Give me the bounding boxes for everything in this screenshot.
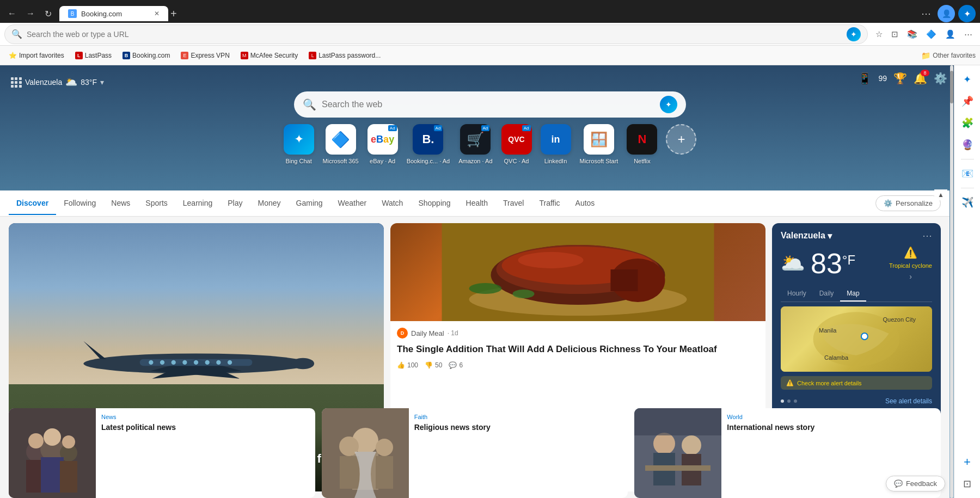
fav-import[interactable]: ⭐ Import favorites <box>4 50 69 61</box>
weather-chevron-icon: ▾ <box>828 231 832 241</box>
tab-discover[interactable]: Discover <box>9 192 56 215</box>
back-button[interactable]: ← <box>4 7 20 21</box>
rewards-icon[interactable]: 🏆 <box>893 72 907 85</box>
sidebar-bing-btn[interactable]: ✦ <box>958 70 977 89</box>
svg-marker-3 <box>84 341 106 359</box>
collapse-button[interactable]: ▲ <box>934 189 947 200</box>
quick-link-bingchat[interactable]: ✦ Bing Chat <box>284 124 314 164</box>
scrollbar[interactable] <box>950 65 954 498</box>
settings-icon[interactable]: ⚙️ <box>934 72 947 85</box>
quick-link-booking[interactable]: B. Ad Booking.c... · Ad <box>407 124 450 164</box>
split-view[interactable]: ⊡ <box>888 27 902 41</box>
more-btn[interactable]: ⋯ <box>961 27 976 41</box>
quick-link-qvc[interactable]: QVC Ad QVC · Ad <box>501 124 532 164</box>
tab-shopping[interactable]: Shopping <box>411 192 458 215</box>
quick-link-netflix[interactable]: N Netflix <box>627 124 657 164</box>
tab-watch[interactable]: Watch <box>374 192 411 215</box>
meatloaf-svg <box>390 223 765 321</box>
refresh-button[interactable]: ↻ <box>41 7 55 21</box>
weather-more-icon[interactable]: ⋯ <box>922 230 932 242</box>
bing-chat-icon[interactable]: ✦ <box>847 27 861 41</box>
main-bing-icon[interactable]: ✦ <box>660 96 677 113</box>
weather-tab-map[interactable]: Map <box>840 286 866 302</box>
sidebar-flight-btn[interactable]: ✈️ <box>958 193 977 212</box>
fav-lastpass[interactable]: L LastPass <box>71 50 116 61</box>
bottom-article-2[interactable]: Faith Religious news story <box>322 408 628 498</box>
profile-avatar[interactable]: 👤 <box>938 5 955 22</box>
tab-play[interactable]: Play <box>220 192 250 215</box>
svg-point-9 <box>183 360 187 365</box>
tab-following[interactable]: Following <box>56 192 103 215</box>
tab-travel[interactable]: Travel <box>495 192 531 215</box>
quick-link-linkedin[interactable]: in LinkedIn <box>541 124 571 164</box>
fav-booking[interactable]: B Booking.com <box>118 50 174 61</box>
netflix-label: Netflix <box>634 158 651 164</box>
collections[interactable]: 📚 <box>904 27 921 41</box>
tab-gaming[interactable]: Gaming <box>289 192 330 215</box>
bottom-article-1[interactable]: News Latest political news <box>9 408 315 498</box>
tab-traffic[interactable]: Traffic <box>531 192 567 215</box>
main-search-input[interactable] <box>322 100 654 109</box>
svg-point-33 <box>28 433 44 448</box>
weather-tab-hourly[interactable]: Hourly <box>781 286 813 302</box>
ebay-label: eBay · Ad <box>370 158 395 164</box>
quick-link-ebay[interactable]: eBay Ad eBay · Ad <box>367 124 398 164</box>
dislikes-count: 50 <box>435 361 442 369</box>
sidebar-add-btn[interactable]: + <box>958 452 977 472</box>
tab-money[interactable]: Money <box>250 192 289 215</box>
notifications-icon[interactable]: 🔔 8 <box>914 72 927 85</box>
favorites-star[interactable]: ☆ <box>872 27 886 41</box>
svg-rect-21 <box>611 269 638 291</box>
quick-link-amazon[interactable]: 🛒 Ad Amazon · Ad <box>458 124 492 164</box>
other-favorites[interactable]: 📁 Other favorites <box>921 51 976 60</box>
fav-mcafee-label: McAfee Security <box>250 52 298 59</box>
menu-button[interactable]: ⋯ <box>918 5 934 22</box>
new-tab-button[interactable]: + <box>170 8 177 20</box>
quick-link-add[interactable]: + <box>666 124 696 164</box>
quick-link-m365[interactable]: 🔷 Microsoft 365 <box>323 124 359 164</box>
active-tab[interactable]: B Booking.com ✕ <box>59 6 168 21</box>
tab-close[interactable]: ✕ <box>154 10 160 17</box>
sidebar-purple-btn[interactable]: 🔮 <box>958 135 977 155</box>
profile-btn[interactable]: 👤 <box>942 27 959 41</box>
tab-sports[interactable]: Sports <box>138 192 175 215</box>
sidebar-expand-btn[interactable]: ⊡ <box>958 474 977 494</box>
tab-autos[interactable]: Autos <box>568 192 603 215</box>
personalize-button[interactable]: ⚙️ Personalize <box>875 195 941 211</box>
weather-alert-bar[interactable]: ⚠️ Check more alert details <box>781 376 932 390</box>
sidebar-extensions-btn[interactable]: 🧩 <box>958 113 977 133</box>
forward-button[interactable]: → <box>23 7 38 21</box>
sidebar-collections-btn[interactable]: 📌 <box>958 91 977 111</box>
fav-expressvpn[interactable]: E Express VPN <box>176 50 234 61</box>
comments-count: 6 <box>459 361 463 369</box>
fav-import-icon: ⭐ <box>9 52 17 59</box>
tab-news[interactable]: News <box>103 192 138 215</box>
weather-tab-daily[interactable]: Daily <box>813 286 841 302</box>
phone-icon[interactable]: 📱 <box>858 72 872 85</box>
weather-location[interactable]: Valenzuela ▾ <box>781 231 832 241</box>
see-alert-link[interactable]: See alert details <box>885 397 932 405</box>
fav-import-label: Import favorites <box>19 52 64 59</box>
fav-mcafee[interactable]: M McAfee Security <box>236 50 302 61</box>
address-bar[interactable]: 🔍 ✦ <box>4 24 868 44</box>
quick-link-msstart[interactable]: 🪟 Microsoft Start <box>580 124 618 164</box>
scroll-thumb[interactable] <box>950 71 953 103</box>
bing-button[interactable]: ✦ <box>958 5 976 22</box>
main-search-bar[interactable]: 🔍 ✦ <box>294 91 686 118</box>
side-article-title: The Single Addition That Will Add A Deli… <box>397 343 759 356</box>
tab-learning[interactable]: Learning <box>175 192 220 215</box>
tab-health[interactable]: Health <box>458 192 495 215</box>
comments-icon: 💬 <box>449 361 457 369</box>
dislikes-icon: 👎 <box>425 361 433 369</box>
sidebar-toggle[interactable]: 🔷 <box>923 27 940 41</box>
address-input[interactable] <box>27 30 842 39</box>
sidebar-outlook-btn[interactable]: 📧 <box>958 164 977 183</box>
tab-weather[interactable]: Weather <box>330 192 375 215</box>
fav-lastpass2[interactable]: L LastPass password... <box>304 50 385 61</box>
chevron-down-icon[interactable]: ▾ <box>100 78 104 87</box>
svg-point-8 <box>171 360 176 365</box>
toolbar-right: ☆ ⊡ 📚 🔷 👤 ⋯ <box>872 27 976 41</box>
location-display[interactable]: Valenzuela 🌥️ 83°F ▾ <box>11 76 104 88</box>
weather-next-icon[interactable]: › <box>909 272 912 281</box>
feedback-button[interactable]: 💬 Feedback <box>886 476 945 491</box>
